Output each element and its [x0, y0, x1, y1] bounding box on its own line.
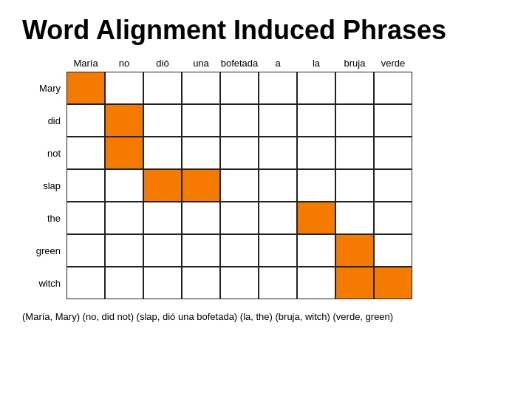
- col-header-1: no: [105, 58, 143, 72]
- cell-5-2: [143, 234, 182, 267]
- cell-0-3: [182, 72, 220, 104]
- cell-6-5: [259, 267, 297, 299]
- cell-0-1: [105, 72, 143, 104]
- grid-cells-4: [66, 202, 412, 234]
- cell-0-5: [259, 72, 297, 104]
- cell-0-7: [335, 72, 374, 104]
- cell-2-3: [182, 137, 220, 169]
- cell-4-8: [374, 202, 412, 234]
- cell-4-5: [259, 202, 297, 234]
- cell-0-0: [66, 72, 105, 104]
- cell-6-3: [182, 267, 220, 299]
- cell-0-2: [143, 72, 182, 104]
- cell-3-6: [297, 169, 335, 202]
- cell-2-5: [259, 137, 297, 169]
- grid-cells-3: [66, 169, 412, 202]
- cell-6-2: [143, 267, 182, 299]
- cell-5-6: [297, 234, 335, 267]
- cell-5-3: [182, 234, 220, 267]
- row-label-0: Mary: [22, 83, 66, 94]
- cell-2-7: [335, 137, 374, 169]
- row-label-6: witch: [22, 278, 66, 289]
- col-header-3: una: [182, 58, 220, 72]
- row-label-1: did: [22, 115, 66, 126]
- cell-6-8: [374, 267, 412, 299]
- cell-1-4: [220, 104, 259, 137]
- grid-cells-6: [66, 267, 412, 299]
- row-label-3: slap: [22, 180, 66, 191]
- grid-row-1: did: [66, 104, 510, 137]
- col-header-5: a: [259, 58, 297, 72]
- cell-3-1: [105, 169, 143, 202]
- cell-5-8: [374, 234, 412, 267]
- grid-cells-0: [66, 72, 412, 104]
- cell-4-1: [105, 202, 143, 234]
- cell-4-6: [297, 202, 335, 234]
- cell-2-4: [220, 137, 259, 169]
- cell-2-8: [374, 137, 412, 169]
- cell-4-0: [66, 202, 105, 234]
- cell-3-0: [66, 169, 105, 202]
- col-header-0: María: [66, 58, 105, 72]
- grid-row-5: green: [66, 234, 510, 267]
- cell-3-7: [335, 169, 374, 202]
- cell-5-1: [105, 234, 143, 267]
- caption: (María, Mary) (no, did not) (slap, dió u…: [22, 311, 510, 322]
- col-header-6: la: [297, 58, 335, 72]
- grid-row-4: the: [66, 202, 510, 234]
- row-label-5: green: [22, 245, 66, 256]
- cell-5-0: [66, 234, 105, 267]
- cell-2-2: [143, 137, 182, 169]
- cell-6-1: [105, 267, 143, 299]
- col-header-7: bruja: [335, 58, 374, 72]
- grid-row-2: not: [66, 137, 510, 169]
- cell-1-6: [297, 104, 335, 137]
- grid-cells-1: [66, 104, 412, 137]
- cell-5-7: [335, 234, 374, 267]
- cell-0-4: [220, 72, 259, 104]
- row-label-4: the: [22, 213, 66, 224]
- cell-6-6: [297, 267, 335, 299]
- col-header-2: dió: [143, 58, 182, 72]
- cell-4-7: [335, 202, 374, 234]
- cell-0-6: [297, 72, 335, 104]
- grid-container: Maríanodióunabofetadaalabrujaverde Maryd…: [66, 58, 510, 299]
- cell-2-0: [66, 137, 105, 169]
- cell-3-8: [374, 169, 412, 202]
- cell-2-6: [297, 137, 335, 169]
- grid-row-3: slap: [66, 169, 510, 202]
- grid-cells-5: [66, 234, 412, 267]
- grid-cells-2: [66, 137, 412, 169]
- grid-row-0: Mary: [66, 72, 510, 104]
- page: Word Alignment Induced Phrases Maríanodi…: [0, 0, 532, 399]
- cell-4-4: [220, 202, 259, 234]
- cell-6-4: [220, 267, 259, 299]
- grid-body: Marydidnotslapthegreenwitch: [66, 72, 510, 299]
- cell-2-1: [105, 137, 143, 169]
- cell-3-4: [220, 169, 259, 202]
- cell-5-4: [220, 234, 259, 267]
- cell-1-0: [66, 104, 105, 137]
- cell-3-3: [182, 169, 220, 202]
- cell-3-2: [143, 169, 182, 202]
- col-header-8: verde: [374, 58, 412, 72]
- cell-4-2: [143, 202, 182, 234]
- col-header-4: bofetada: [220, 58, 259, 72]
- grid-row-6: witch: [66, 267, 510, 299]
- cell-5-5: [259, 234, 297, 267]
- cell-1-1: [105, 104, 143, 137]
- page-title: Word Alignment Induced Phrases: [22, 15, 510, 46]
- cell-6-7: [335, 267, 374, 299]
- cell-1-5: [259, 104, 297, 137]
- cell-1-3: [182, 104, 220, 137]
- cell-1-7: [335, 104, 374, 137]
- cell-3-5: [259, 169, 297, 202]
- row-label-2: not: [22, 148, 66, 159]
- col-headers: Maríanodióunabofetadaalabrujaverde: [66, 58, 510, 72]
- cell-1-2: [143, 104, 182, 137]
- cell-4-3: [182, 202, 220, 234]
- cell-6-0: [66, 267, 105, 299]
- cell-0-8: [374, 72, 412, 104]
- cell-1-8: [374, 104, 412, 137]
